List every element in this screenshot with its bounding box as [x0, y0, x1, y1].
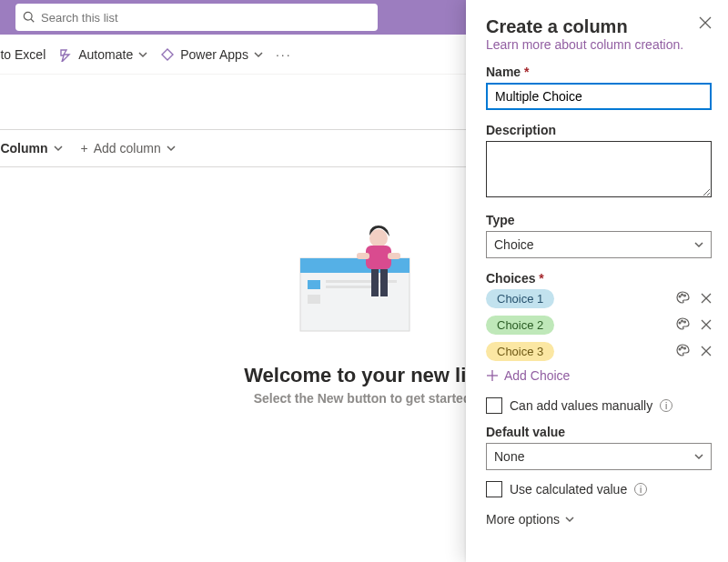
choice-remove-button[interactable]	[701, 345, 712, 359]
svg-point-28	[682, 346, 683, 348]
choice-color-button[interactable]	[675, 316, 690, 334]
export-to-excel-button[interactable]: rt to Excel	[0, 47, 46, 62]
empty-subtitle: Select the New button to get started.	[254, 391, 475, 406]
svg-point-0	[24, 12, 32, 20]
choice-remove-button[interactable]	[701, 292, 712, 306]
chevron-down-icon	[694, 240, 703, 249]
svg-rect-12	[388, 253, 400, 259]
svg-rect-11	[357, 253, 369, 259]
calculated-value-label: Use calculated value	[510, 482, 627, 497]
plus-icon: +	[81, 141, 88, 156]
svg-rect-8	[326, 286, 379, 288]
choice-chip[interactable]: Choice 3	[486, 342, 554, 361]
automate-button[interactable]: Automate	[58, 47, 147, 62]
more-options-toggle[interactable]: More options	[486, 512, 712, 527]
palette-icon	[675, 316, 690, 331]
powerapps-icon	[160, 47, 175, 62]
type-value: Choice	[494, 237, 534, 252]
svg-point-22	[679, 322, 681, 324]
search-box[interactable]	[15, 4, 378, 31]
choice-row: Choice 3	[486, 342, 712, 361]
plus-icon	[486, 369, 499, 382]
chevron-down-icon	[254, 50, 263, 59]
info-icon[interactable]: i	[660, 399, 672, 412]
panel-title: Create a column	[486, 16, 683, 37]
info-icon[interactable]: i	[634, 483, 647, 496]
add-choice-button[interactable]: Add Choice	[486, 368, 712, 383]
close-icon	[701, 319, 712, 330]
more-options-label: More options	[486, 512, 560, 527]
choice-chip[interactable]: Choice 2	[486, 316, 554, 335]
svg-point-23	[682, 320, 683, 322]
svg-rect-14	[380, 269, 388, 296]
description-input[interactable]	[486, 141, 712, 197]
svg-rect-13	[371, 269, 379, 296]
svg-point-27	[679, 348, 681, 350]
calculated-value-checkbox[interactable]	[486, 481, 502, 497]
svg-point-17	[679, 296, 681, 297]
choice-color-button[interactable]	[675, 290, 690, 307]
description-label: Description	[486, 123, 712, 137]
palette-icon	[675, 343, 690, 357]
chevron-down-icon	[565, 515, 574, 524]
add-column-label: Add column	[94, 141, 161, 156]
empty-illustration	[291, 222, 437, 349]
chevron-down-icon	[167, 144, 176, 153]
export-label: rt to Excel	[0, 47, 46, 62]
add-column-button[interactable]: + Add column	[81, 141, 176, 156]
choice-row: Choice 1	[486, 289, 712, 308]
manual-values-label: Can add values manually	[510, 398, 652, 413]
learn-more-link[interactable]: Learn more about column creation.	[486, 37, 683, 52]
name-label: Name *	[486, 65, 712, 79]
svg-rect-5	[308, 280, 320, 289]
power-apps-button[interactable]: Power Apps	[160, 47, 263, 62]
overflow-label: ···	[276, 47, 292, 62]
close-icon	[701, 293, 712, 304]
svg-point-19	[684, 295, 686, 296]
overflow-button[interactable]: ···	[276, 47, 292, 62]
default-value-label: Default value	[486, 425, 712, 439]
create-column-panel: Create a column Learn more about column …	[466, 0, 728, 562]
svg-line-1	[31, 19, 34, 22]
column-header-item[interactable]: o Column	[0, 141, 63, 156]
type-label: Type	[486, 213, 712, 227]
name-input[interactable]	[486, 83, 712, 110]
close-icon	[699, 16, 712, 29]
svg-rect-4	[300, 258, 410, 273]
choice-remove-button[interactable]	[701, 318, 712, 333]
choice-chip[interactable]: Choice 1	[486, 289, 554, 308]
svg-point-9	[369, 229, 388, 247]
svg-rect-6	[308, 295, 320, 304]
type-select[interactable]: Choice	[486, 231, 712, 258]
manual-values-checkbox[interactable]	[486, 397, 502, 414]
choice-color-button[interactable]	[675, 343, 690, 360]
close-icon	[701, 346, 712, 356]
default-value-select[interactable]: None	[486, 443, 712, 470]
chevron-down-icon	[138, 50, 147, 59]
close-panel-button[interactable]	[699, 16, 712, 32]
chevron-down-icon	[54, 144, 63, 153]
automate-label: Automate	[78, 47, 133, 62]
default-value-text: None	[494, 449, 524, 464]
palette-icon	[675, 290, 690, 305]
flow-icon	[58, 47, 73, 62]
choices-label: Choices *	[486, 271, 712, 286]
powerapps-label: Power Apps	[180, 47, 248, 62]
svg-point-24	[684, 321, 686, 323]
svg-point-18	[682, 294, 683, 296]
empty-title: Welcome to your new list	[244, 364, 484, 387]
svg-point-29	[684, 347, 686, 349]
search-icon	[23, 11, 35, 24]
choice-row: Choice 2	[486, 316, 712, 335]
add-choice-label: Add Choice	[504, 368, 570, 383]
svg-rect-10	[366, 246, 391, 269]
column-label: o Column	[0, 141, 48, 156]
search-input[interactable]	[35, 11, 370, 25]
svg-marker-2	[162, 49, 173, 60]
chevron-down-icon	[694, 452, 703, 461]
